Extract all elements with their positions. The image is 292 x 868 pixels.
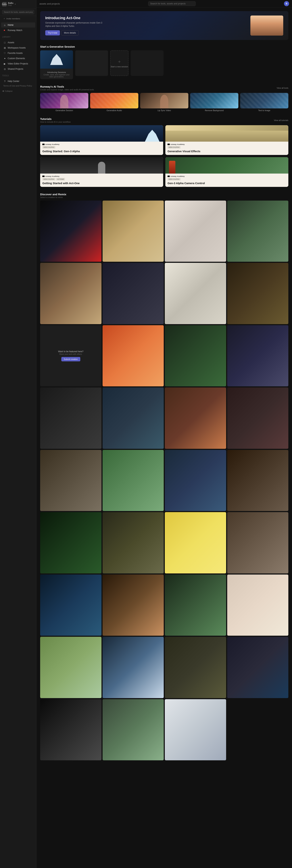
sidebar-item-runway-watch[interactable]: Runway Watch <box>1 28 35 33</box>
discover-item-32[interactable] <box>227 637 289 698</box>
discover-item-17[interactable] <box>40 450 101 511</box>
try-it-now-button[interactable]: Try it now <box>45 30 60 35</box>
discover-item-16[interactable] <box>227 388 289 449</box>
discover-item-34[interactable] <box>103 699 164 761</box>
tutorial-title-2: Generative Visual Effects <box>167 150 286 153</box>
discover-item-7[interactable] <box>165 263 226 324</box>
discover-item-11[interactable] <box>165 325 226 386</box>
discover-item-22[interactable] <box>103 512 164 574</box>
tool-card-gen-audio[interactable]: Generative Audio <box>90 93 138 112</box>
discover-item-24[interactable] <box>227 512 289 574</box>
top-bar: assets and projects B <box>36 0 292 7</box>
shared-icon: ⊙ <box>3 67 6 70</box>
tutorial-card-1[interactable]: runway Academy GEN-3 ALPHA Getting Start… <box>40 125 163 155</box>
discover-item-4[interactable] <box>227 200 289 262</box>
discover-item-10[interactable] <box>103 325 164 386</box>
runway-logo-icon-4 <box>167 176 170 177</box>
discover-item-8[interactable] <box>227 263 289 324</box>
discover-item-33[interactable] <box>40 699 101 761</box>
tool-label-gen-session: Generative Session <box>40 109 88 112</box>
discover-item-31[interactable] <box>165 637 226 698</box>
collapse-button[interactable]: ◀ Collapse <box>0 89 36 93</box>
discover-item-20[interactable] <box>227 450 289 511</box>
discover-item-35[interactable] <box>165 699 226 761</box>
academy-badge-2: runway Academy <box>167 144 286 145</box>
session-card-1[interactable] <box>75 50 108 76</box>
tools-nav: ? Help Center Terms of Use and Privacy P… <box>0 78 36 89</box>
library-section-label: LIBRARY <box>0 34 36 39</box>
user-avatar-top[interactable]: B <box>284 1 289 6</box>
sidebar-item-shared-projects[interactable]: ⊙ Shared Projects <box>1 66 35 71</box>
view-all-tutorials-link[interactable]: View all tutorials <box>274 119 288 121</box>
discover-item-18[interactable] <box>103 450 164 511</box>
feature-here-card: Want to be featured here? Share your wor… <box>40 325 101 386</box>
discover-item-19[interactable] <box>165 450 226 511</box>
discover-item-25[interactable] <box>40 575 101 636</box>
view-all-tools-link[interactable]: View all tools <box>277 87 288 89</box>
sidebar-item-favorite-assets[interactable]: ♡ Favorite Assets <box>1 51 35 56</box>
tool-card-lip-sync[interactable]: Lip Sync Video <box>140 93 188 112</box>
hero-buttons: Try it now More details <box>45 30 107 35</box>
discover-item-1[interactable] <box>40 200 101 262</box>
sidebar-item-video-editor-projects[interactable]: ▶ Video Editor Projects <box>1 61 35 66</box>
discover-item-30[interactable] <box>103 637 164 698</box>
tutorial-tags-4: GEN-3 ALPHA <box>167 178 286 181</box>
invite-members-button[interactable]: ＋ Invite members <box>1 16 35 21</box>
sidebar-item-home[interactable]: ⌂ Home <box>1 23 35 28</box>
discover-item-28[interactable] <box>227 575 289 636</box>
discover-item-15[interactable] <box>165 388 226 449</box>
discover-item-26[interactable] <box>103 575 164 636</box>
discover-item-3[interactable] <box>165 200 226 262</box>
more-details-button[interactable]: More details <box>61 30 79 35</box>
content-area: Introducing Act-One Generate expressive … <box>36 7 292 773</box>
tool-thumb-lip-sync <box>140 93 188 108</box>
sidebar-item-workspace-assets[interactable]: ⊞ Workspace Assets <box>1 45 35 50</box>
generative-session-section: Start a Generative Session Introducing S… <box>40 45 288 79</box>
tutorial-body-1: runway Academy GEN-3 ALPHA Getting Start… <box>40 142 163 155</box>
discover-item-23[interactable] <box>165 512 226 574</box>
hero-image <box>250 16 283 36</box>
new-session-card[interactable]: ＋ Start a new session <box>110 50 128 76</box>
intro-session-thumb <box>40 50 73 69</box>
submit-creation-button[interactable]: Submit creation <box>61 357 80 361</box>
discover-item-13[interactable] <box>40 388 101 449</box>
session-card-2[interactable] <box>131 50 164 76</box>
tutorial-card-4[interactable]: runway Academy GEN-3 ALPHA Gen-3 Alpha C… <box>165 157 288 187</box>
sidebar-item-custom-elements[interactable]: ✦ Custom Elements <box>1 56 35 61</box>
main-content: assets and projects B Introducing Act-On… <box>36 0 292 868</box>
discover-grid: Want to be featured here? Share your wor… <box>40 200 288 761</box>
tutorial-tag-3-1: ACTONE <box>56 178 65 181</box>
discover-item-27[interactable] <box>165 575 226 636</box>
sidebar-terms-privacy[interactable]: Terms of Use and Privacy Policy <box>1 84 35 88</box>
intro-session-card[interactable]: Introducing Sessions Create, save, and o… <box>40 50 73 79</box>
tutorials-section: Tutorials How to include AI in your work… <box>40 117 288 187</box>
discover-item-14[interactable] <box>103 388 164 449</box>
tool-label-gen-audio: Generative Audio <box>90 109 138 112</box>
tool-card-text-to-image[interactable]: Text to Image <box>240 93 288 112</box>
watch-icon <box>3 29 6 32</box>
user-menu[interactable]: BaBu BaBu Free ▾ <box>2 2 16 6</box>
tool-card-gen-session[interactable]: Generative Session <box>40 93 88 112</box>
discover-item-21[interactable] <box>40 512 101 574</box>
top-search-input[interactable] <box>148 1 196 6</box>
intro-card-desc: Create, save, and organize your video ge… <box>42 74 71 78</box>
discover-item-12[interactable] <box>227 325 289 386</box>
sidebar: BaBu BaBu Free ▾ ＋ Invite members ⌂ Home… <box>0 0 36 868</box>
search-input[interactable] <box>2 10 34 14</box>
discover-item-2[interactable] <box>103 200 164 262</box>
tutorial-body-2: runway Academy GEN-3 ALPHA Generative Vi… <box>165 142 288 155</box>
sidebar-item-assets[interactable]: □ Assets <box>1 40 35 45</box>
tutorial-card-3[interactable]: runway Academy GEN-3 ALPHA ACTONE Gettin… <box>40 157 163 187</box>
tutorial-body-4: runway Academy GEN-3 ALPHA Gen-3 Alpha C… <box>165 174 288 187</box>
discover-section-subtitle: Select a creation to remix <box>40 196 66 198</box>
tutorial-title-1: Getting Started: Gen-3 Alpha <box>42 150 161 153</box>
tutorials-grid: runway Academy GEN-3 ALPHA Getting Start… <box>40 125 288 187</box>
discover-item-6[interactable] <box>103 263 164 324</box>
tutorial-card-2[interactable]: runway Academy GEN-3 ALPHA Generative Vi… <box>165 125 288 155</box>
discover-item-5[interactable] <box>40 263 101 324</box>
tools-section-label: TOOLS <box>0 73 36 78</box>
astronaut-visual <box>98 162 105 174</box>
sidebar-item-help-center[interactable]: ? Help Center <box>1 79 35 84</box>
tool-card-remove-bg[interactable]: Remove Background <box>190 93 238 112</box>
discover-item-29[interactable] <box>40 637 101 698</box>
